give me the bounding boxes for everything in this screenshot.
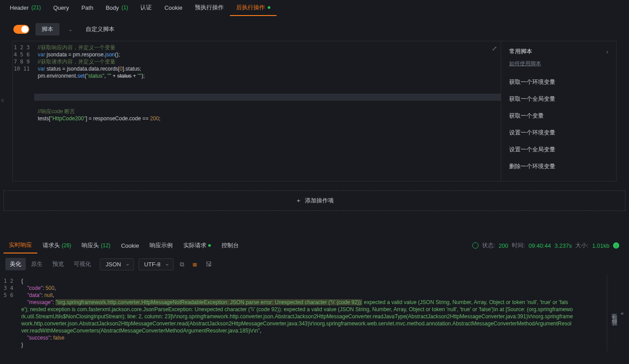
response-gutter: 1 2 3 4 5 6 (0, 275, 18, 351)
size-label: 大小: (575, 241, 589, 249)
status-label: 状态: (482, 241, 495, 249)
time-label: 时间: (512, 241, 525, 249)
request-tabs: Header (21)QueryPathBody (1)认证Cookie预执行操… (0, 0, 629, 16)
script-type-pill[interactable]: 脚本 (36, 23, 59, 36)
view-美化[interactable]: 美化 (5, 258, 26, 270)
copy-icon[interactable]: ⧉ (178, 259, 186, 270)
tab-认证[interactable]: 认证 (134, 0, 158, 16)
script-toggle[interactable] (13, 25, 29, 34)
tab-Path[interactable]: Path (75, 0, 99, 16)
script-toolbar: 脚本 ⌄ 自定义脚本 (0, 16, 629, 41)
response-status: 状态: 200 时间: 09:40:44 3.237s 大小: 1.01kb ↓ (472, 241, 625, 249)
resp-tab-请求头[interactable]: 请求头 (26) (37, 238, 76, 253)
chevron-right-icon[interactable]: › (606, 48, 608, 55)
view-原生[interactable]: 原生 (27, 258, 47, 270)
drag-handle-icon[interactable]: ⠿ (1, 99, 3, 103)
snippets-panel: 常用脚本› 如何使用脚本 获取一个环境变量获取一个全局变量获取一个变量设置一个环… (501, 41, 616, 181)
globe-icon (472, 242, 479, 249)
response-tabs: 实时响应请求头 (26)响应头 (12)Cookie响应示例实际请求控制台 (4, 237, 244, 253)
snippet-item[interactable]: 获取一个全局变量 (509, 91, 608, 107)
resp-tab-Cookie[interactable]: Cookie (116, 239, 144, 253)
response-section: 实时响应请求头 (26)响应头 (12)Cookie响应示例实际请求控制台 状态… (0, 237, 629, 351)
resp-tab-实际请求[interactable]: 实际请求 (178, 238, 216, 253)
add-action-label: 添加操作项 (305, 197, 334, 205)
editor-gutter: 1 2 3 4 5 6 7 8 9 10 11 (13, 41, 34, 181)
status-duration: 3.237s (554, 242, 572, 249)
snippets-help-link[interactable]: 如何使用脚本 (509, 60, 608, 67)
status-time: 09:40:44 (529, 242, 551, 249)
tab-预执行操作[interactable]: 预执行操作 (189, 0, 230, 16)
snippet-item[interactable]: 设置一个全局变量 (509, 141, 608, 158)
tab-后执行操作[interactable]: 后执行操作 (230, 0, 277, 16)
resp-tab-控制台[interactable]: 控制台 (216, 238, 244, 253)
plus-icon: ＋ (296, 197, 301, 205)
tab-Query[interactable]: Query (47, 0, 75, 16)
add-action-button[interactable]: ＋ 添加操作项 (4, 190, 625, 211)
script-editor: 1 2 3 4 5 6 7 8 9 10 11 //获取响应内容，并定义一个变量… (12, 41, 617, 182)
script-title: 自定义脚本 (86, 25, 115, 33)
snippet-item[interactable]: 获取一个环境变量 (509, 74, 608, 91)
snippet-item[interactable]: 删除一个环境变量 (509, 158, 608, 175)
assertion-panel-label: 断言与校验 (611, 309, 619, 317)
response-code[interactable]: { "code": 500, "data": null, "message": … (18, 275, 577, 351)
response-toolbar: 美化原生预览可视化 JSON UTF-8 ⧉ ≣ 🖫 (0, 253, 629, 275)
encoding-select[interactable]: UTF-8 (138, 258, 174, 270)
resp-tab-响应头[interactable]: 响应头 (12) (76, 238, 115, 253)
tab-Cookie[interactable]: Cookie (158, 0, 188, 16)
chevron-down-icon[interactable]: ⌄ (66, 27, 75, 32)
format-select[interactable]: JSON (100, 258, 134, 270)
resp-tab-实时响应[interactable]: 实时响应 (4, 237, 37, 253)
expand-icon[interactable]: ⤢ (492, 45, 497, 52)
snippet-item[interactable]: 设置一个环境变量 (509, 124, 608, 141)
snippets-title: 常用脚本 (509, 47, 532, 55)
tab-Header[interactable]: Header (21) (4, 0, 47, 16)
download-icon[interactable]: ↓ (613, 242, 619, 249)
status-size: 1.01kb (592, 242, 609, 249)
status-code: 200 (498, 242, 508, 249)
snippet-item[interactable]: 获取一个变量 (509, 107, 608, 124)
editor-code[interactable]: //获取响应内容，并定义一个变量var jsondata = pm.respon… (34, 41, 501, 181)
wrap-icon[interactable]: ≣ (190, 259, 199, 269)
resp-tab-响应示例[interactable]: 响应示例 (144, 238, 178, 253)
view-可视化[interactable]: 可视化 (69, 258, 95, 270)
tab-Body[interactable]: Body (1) (99, 0, 134, 16)
save-icon[interactable]: 🖫 (204, 259, 214, 269)
view-预览[interactable]: 预览 (48, 258, 68, 270)
assertion-panel-toggle[interactable]: « 断言与校验 (607, 275, 629, 351)
